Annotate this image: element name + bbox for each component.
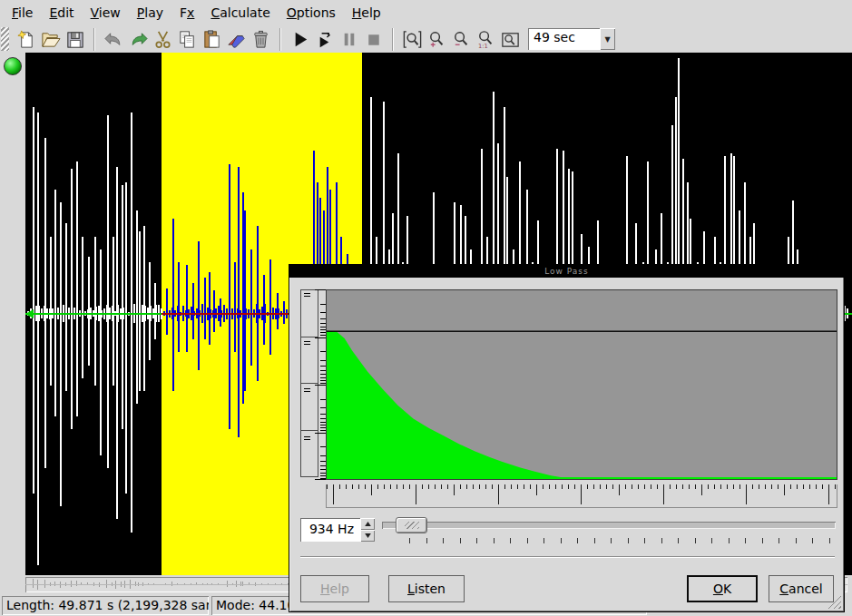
listen-button[interactable]: Listen bbox=[388, 575, 465, 602]
waveform-spike bbox=[136, 210, 138, 404]
waveform-spike bbox=[149, 262, 151, 360]
spin-down-button[interactable] bbox=[360, 530, 375, 542]
menu-item-view[interactable]: View bbox=[83, 3, 129, 23]
db-ruler-section bbox=[300, 337, 318, 385]
pause-button[interactable] bbox=[337, 27, 361, 52]
stop-button[interactable] bbox=[361, 27, 386, 52]
frequency-ruler-tick bbox=[790, 484, 791, 489]
frequency-ruler-tick bbox=[727, 484, 728, 489]
zoom-fit-button[interactable] bbox=[498, 27, 523, 52]
zoom-fit-icon bbox=[500, 29, 521, 50]
save-icon bbox=[64, 29, 85, 50]
menu-bar: FileEditViewPlayFxCalculateOptionsHelp bbox=[0, 0, 852, 25]
menu-item-fx[interactable]: Fx bbox=[171, 3, 202, 23]
slider-tick bbox=[544, 538, 544, 543]
redo-button[interactable] bbox=[126, 27, 151, 52]
frequency-ruler-tick bbox=[358, 484, 359, 489]
menu-item-help[interactable]: Help bbox=[344, 3, 389, 23]
db-ruler bbox=[300, 289, 326, 480]
toolbar-drag-handle[interactable] bbox=[1, 27, 9, 51]
waveform-spike bbox=[76, 161, 78, 416]
copy-button[interactable] bbox=[175, 27, 200, 52]
slider-tick bbox=[745, 538, 746, 543]
slider-tick bbox=[711, 538, 712, 543]
cancel-button[interactable]: Cancel bbox=[769, 575, 834, 602]
help-button[interactable]: Help bbox=[300, 575, 369, 602]
cut-button[interactable] bbox=[151, 27, 175, 52]
waveform-spike bbox=[172, 219, 174, 391]
frequency-ruler-tick bbox=[327, 484, 328, 489]
frequency-ruler-tick bbox=[543, 484, 544, 489]
frequency-ruler-tick bbox=[403, 484, 404, 489]
loop-play-button[interactable] bbox=[312, 27, 337, 52]
frequency-ruler-tick bbox=[454, 484, 455, 495]
filter-curve-svg bbox=[327, 290, 837, 479]
filter-baseline bbox=[327, 477, 837, 479]
ok-button[interactable]: OK bbox=[687, 575, 758, 602]
waveform-spike bbox=[122, 185, 123, 430]
frequency-ruler-tick bbox=[346, 484, 347, 489]
frequency-ruler-tick bbox=[663, 484, 664, 504]
frequency-ruler-tick bbox=[466, 484, 467, 489]
frequency-ruler-tick bbox=[409, 484, 410, 489]
frequency-ruler-tick bbox=[524, 484, 524, 489]
slider-tick bbox=[577, 538, 578, 543]
frequency-ruler-tick bbox=[473, 484, 474, 489]
delete-button[interactable] bbox=[249, 27, 273, 52]
undo-button[interactable] bbox=[102, 27, 126, 52]
db-ruler-tick bbox=[315, 479, 326, 480]
new-file-icon bbox=[15, 29, 36, 50]
menu-item-options[interactable]: Options bbox=[279, 3, 344, 23]
filter-response-graph[interactable] bbox=[326, 289, 837, 480]
paste-button[interactable] bbox=[200, 27, 224, 52]
waveform-spike bbox=[192, 283, 194, 340]
waveform-spike bbox=[213, 290, 215, 331]
combo-dropdown-button[interactable]: ▼ bbox=[600, 28, 615, 50]
play-button[interactable] bbox=[288, 27, 312, 52]
waveform-spike bbox=[250, 249, 252, 366]
waveform-spike bbox=[113, 237, 114, 386]
slider-tick bbox=[594, 538, 595, 543]
save-button[interactable] bbox=[63, 27, 87, 52]
slider-tick bbox=[695, 538, 696, 543]
waveform-spike bbox=[186, 265, 188, 353]
frequency-ruler-tick bbox=[333, 484, 334, 504]
slider-tick bbox=[460, 538, 461, 543]
open-button[interactable] bbox=[38, 27, 63, 52]
spin-up-button[interactable] bbox=[360, 518, 375, 530]
zoom-in-button[interactable] bbox=[425, 27, 449, 52]
menu-item-edit[interactable]: Edit bbox=[41, 3, 82, 23]
zoom-normal-icon: 1:1 bbox=[475, 29, 496, 50]
zoom-normal-button[interactable]: 1:1 bbox=[474, 27, 498, 52]
frequency-ruler-tick bbox=[460, 484, 461, 489]
waveform-spike bbox=[234, 262, 236, 352]
menu-item-file[interactable]: File bbox=[4, 3, 41, 23]
frequency-ruler-tick bbox=[447, 484, 448, 489]
paste-icon bbox=[201, 29, 222, 50]
zoom-selection-button[interactable] bbox=[400, 27, 425, 52]
waveform-spike bbox=[166, 288, 168, 335]
waveform-spike bbox=[44, 138, 46, 468]
slider-tick bbox=[829, 538, 830, 543]
menu-item-calculate[interactable]: Calculate bbox=[202, 3, 278, 23]
waveform-spike bbox=[60, 202, 62, 506]
new-file-button[interactable] bbox=[14, 27, 38, 52]
zoom-duration-combo[interactable]: 49 sec ▼ bbox=[528, 28, 615, 50]
zoom-duration-value[interactable]: 49 sec bbox=[528, 28, 600, 50]
slider-tick bbox=[779, 538, 779, 543]
frequency-ruler-tick bbox=[771, 484, 772, 489]
frequency-ruler-tick bbox=[720, 484, 721, 489]
slider-grip-icon bbox=[405, 522, 419, 529]
frequency-slider-handle[interactable] bbox=[396, 517, 427, 533]
erase-button[interactable] bbox=[224, 27, 249, 52]
frequency-ruler-tick bbox=[555, 484, 556, 489]
waveform-spike bbox=[107, 115, 109, 468]
dialog-title-bar[interactable]: Low Pass bbox=[289, 265, 844, 278]
cutoff-frequency-field[interactable]: 934 Hz bbox=[300, 518, 360, 542]
frequency-ruler-tick bbox=[435, 484, 436, 489]
slider-tick bbox=[426, 538, 427, 543]
waveform-spike bbox=[198, 241, 200, 370]
zoom-out-button[interactable] bbox=[449, 27, 474, 52]
frequency-slider-track[interactable] bbox=[382, 522, 836, 529]
menu-item-play[interactable]: Play bbox=[129, 3, 171, 23]
